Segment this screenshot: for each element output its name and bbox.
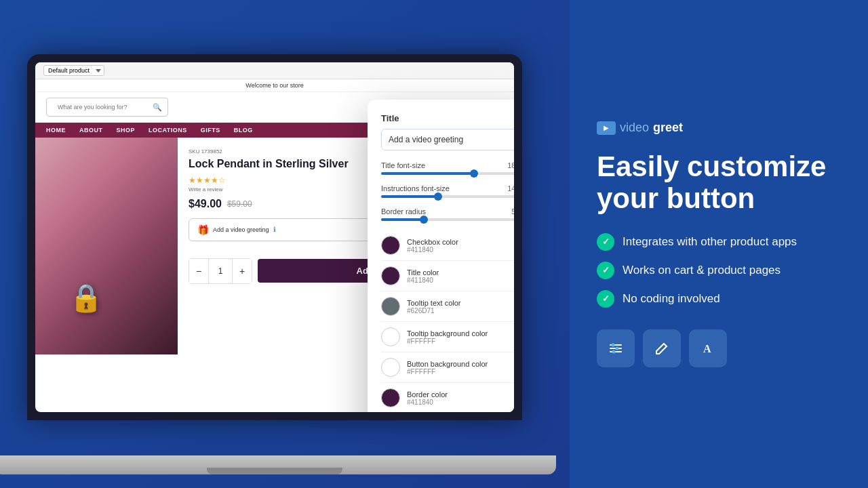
vg-label: Add a video greeting <box>213 226 269 233</box>
brand-name-greet: greet <box>653 121 683 135</box>
search-bar-container: 🔍 <box>46 98 168 117</box>
slider-thumb-0[interactable] <box>470 169 478 178</box>
color-swatch-2[interactable] <box>381 297 400 316</box>
customization-panel: Title Add a video greeting Title font-si… <box>368 100 514 412</box>
bottom-icon-sliders[interactable] <box>597 329 635 367</box>
color-swatch-3[interactable] <box>381 327 400 346</box>
laptop-mockup: Default product Welcome to our store 🔍 <box>0 54 556 474</box>
qty-decrease[interactable]: − <box>189 259 208 283</box>
store-top-bar: Default product <box>35 62 514 79</box>
color-hex-1: #411840 <box>407 277 439 284</box>
color-hex-3: #FFFFFF <box>407 338 488 345</box>
color-row-0: Checkbox color #411840 ≡ <box>381 230 514 261</box>
panel-title-input[interactable]: Add a video greeting <box>381 129 514 150</box>
color-row-4: Button background color #FFFFFF ≡ <box>381 352 514 383</box>
slider-fill-2 <box>381 218 424 221</box>
color-swatch-5[interactable] <box>381 388 400 407</box>
slider-fill-0 <box>381 172 474 175</box>
brand-logo: videogreet <box>597 121 841 135</box>
nav-blog[interactable]: BLOG <box>234 127 253 134</box>
features-list: ✓ Integrates with other product apps ✓ W… <box>597 233 841 308</box>
laptop-screen-inner: Default product Welcome to our store 🔍 <box>35 62 514 412</box>
feature-item-0: ✓ Integrates with other product apps <box>597 233 841 251</box>
feature-item-2: ✓ No coding involved <box>597 290 841 308</box>
qty-input[interactable] <box>208 259 233 283</box>
slider-track-1[interactable] <box>381 195 514 198</box>
svg-point-4 <box>616 346 619 350</box>
bottom-icons: A <box>597 329 841 367</box>
nav-home[interactable]: HOME <box>46 127 66 134</box>
color-row-2: Tooltip text color #626D71 ≡ <box>381 291 514 322</box>
color-name-2: Tooltip text color <box>407 299 460 307</box>
slider-track-2[interactable] <box>381 218 514 221</box>
slider-fill-1 <box>381 195 438 198</box>
color-swatch-0[interactable] <box>381 236 400 255</box>
color-hex-5: #411840 <box>407 399 448 406</box>
info-icon: ℹ <box>273 226 276 233</box>
slider-value-0: 18px <box>507 161 514 169</box>
feature-text-0: Integrates with other product apps <box>623 235 797 249</box>
nav-about[interactable]: ABOUT <box>79 127 103 134</box>
brand-icon <box>597 121 616 135</box>
check-icon-2: ✓ <box>597 290 614 308</box>
welcome-bar: Welcome to our store <box>35 79 514 92</box>
color-row-3: Tooltip background color #FFFFFF ≡ <box>381 322 514 352</box>
gift-icon: 🎁 <box>197 224 209 235</box>
vg-left: 🎁 Add a video greeting ℹ <box>197 224 276 235</box>
slider-value-2: 5px <box>511 207 514 216</box>
svg-rect-2 <box>610 351 622 352</box>
color-name-3: Tooltip background color <box>407 329 488 338</box>
bottom-icon-edit[interactable] <box>643 329 681 367</box>
color-name-1: Title color <box>407 268 439 277</box>
slider-row: Title font-size 18px <box>381 161 514 169</box>
check-icon-1: ✓ <box>597 262 614 279</box>
search-button[interactable]: 🔍 <box>153 103 162 112</box>
color-hex-0: #411840 <box>407 246 458 253</box>
instructions-fontsize-section: Instructions font-size 14px <box>381 184 514 198</box>
slider-track-0[interactable] <box>381 172 514 175</box>
slider-label-1: Instructions font-size <box>381 184 450 192</box>
svg-text:A: A <box>703 343 711 354</box>
qty-control: − + <box>189 258 252 284</box>
right-section: videogreet Easily customize your button … <box>570 0 868 488</box>
slider-row-2: Border radius 5px <box>381 207 514 216</box>
color-name-0: Checkbox color <box>407 238 458 246</box>
feature-text-1: Works on cart & product pages <box>623 264 781 277</box>
nav-shop[interactable]: SHOP <box>117 127 136 134</box>
feature-text-2: No coding involved <box>623 292 720 306</box>
nav-gifts[interactable]: GIFTS <box>201 127 220 134</box>
laptop-base <box>0 455 556 474</box>
product-image <box>35 138 178 354</box>
slider-value-1: 14px <box>507 184 514 192</box>
color-row-1: Title color #411840 ≡ <box>381 261 514 291</box>
svg-point-5 <box>612 350 616 353</box>
title-fontsize-section: Title font-size 18px <box>381 161 514 175</box>
search-input[interactable] <box>52 101 153 113</box>
panel-title-label: Title <box>381 113 514 123</box>
qty-increase[interactable]: + <box>233 259 252 283</box>
slider-thumb-1[interactable] <box>434 192 442 201</box>
slider-label-2: Border radius <box>381 207 426 216</box>
feature-item-1: ✓ Works on cart & product pages <box>597 262 841 279</box>
main-headline: Easily customize your button <box>597 151 841 214</box>
color-hex-4: #FFFFFF <box>407 368 488 375</box>
slider-thumb-2[interactable] <box>420 216 428 224</box>
color-name-5: Border color <box>407 390 448 399</box>
price-current: $49.00 <box>189 198 222 210</box>
color-swatch-4[interactable] <box>381 358 400 377</box>
check-icon-0: ✓ <box>597 233 614 251</box>
slider-row-1: Instructions font-size 14px <box>381 184 514 192</box>
slider-label-0: Title font-size <box>381 161 425 169</box>
svg-point-3 <box>612 343 615 346</box>
color-name-4: Button background color <box>407 360 488 368</box>
color-swatch-1[interactable] <box>381 266 400 285</box>
bottom-icon-font[interactable]: A <box>689 329 727 367</box>
color-hex-2: #626D71 <box>407 307 460 314</box>
product-dropdown[interactable]: Default product <box>43 65 104 76</box>
border-radius-section: Border radius 5px <box>381 207 514 221</box>
brand-name-video: video <box>620 121 649 135</box>
color-row-5: Border color #411840 ≡ <box>381 383 514 412</box>
price-old: $59.00 <box>227 199 252 209</box>
nav-locations[interactable]: LOCATIONS <box>149 127 187 134</box>
laptop-screen-outer: Default product Welcome to our store 🔍 <box>27 54 522 420</box>
